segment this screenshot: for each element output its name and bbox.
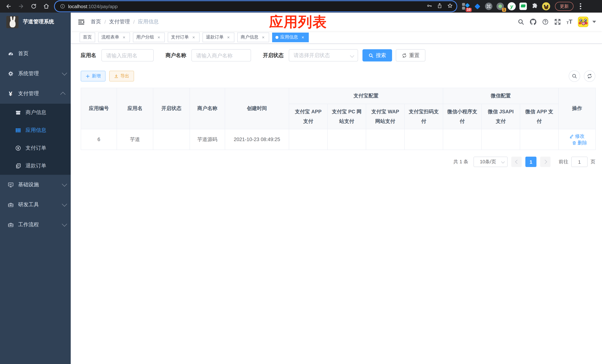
red-annotation-text: 应用列表 bbox=[269, 13, 327, 32]
github-icon[interactable] bbox=[530, 19, 537, 25]
toggle-search-button[interactable] bbox=[569, 70, 580, 82]
reset-button[interactable]: 重置 bbox=[396, 49, 425, 62]
next-page-button[interactable] bbox=[540, 157, 550, 167]
breadcrumb-payment[interactable]: 支付管理 bbox=[109, 19, 130, 25]
column-header-merchant: 商户名称 bbox=[190, 88, 225, 129]
tab-home[interactable]: 首页 bbox=[80, 32, 95, 42]
extension-command-icon[interactable] bbox=[485, 2, 493, 10]
breadcrumb: 首页 / 支付管理 / 应用信息 bbox=[91, 19, 159, 25]
share-icon[interactable] bbox=[437, 3, 442, 10]
reload-icon[interactable] bbox=[29, 1, 39, 11]
home-icon[interactable] bbox=[42, 1, 51, 11]
extensions-area: 10 1 y 更新 bbox=[462, 2, 583, 11]
prev-page-button[interactable] bbox=[511, 157, 522, 167]
breadcrumb-home[interactable]: 首页 bbox=[91, 19, 101, 25]
filter-form: 应用名 商户名称 开启状态 请选择开启状态 搜索 bbox=[81, 49, 595, 62]
edit-link[interactable]: 修改 bbox=[570, 133, 585, 139]
forward-icon[interactable] bbox=[16, 1, 26, 11]
chevron-down-icon bbox=[501, 160, 505, 163]
url-text[interactable]: localhost:1024/pay/app bbox=[68, 3, 118, 9]
page-number-current[interactable]: 1 bbox=[525, 157, 537, 167]
chrome-update-button[interactable]: 更新 bbox=[555, 2, 573, 11]
cell-config-wechat-app bbox=[520, 129, 559, 150]
close-icon[interactable]: × bbox=[300, 35, 305, 40]
font-size-icon[interactable]: TT bbox=[567, 19, 572, 25]
chevron-down-icon bbox=[62, 221, 67, 227]
add-button[interactable]: 新增 bbox=[81, 71, 106, 81]
sidebar-item-system[interactable]: 系统管理 bbox=[0, 64, 71, 84]
column-header-status: 开启状态 bbox=[153, 88, 190, 129]
tab-process-form[interactable]: 流程表单× bbox=[98, 32, 130, 42]
goto-page-input[interactable] bbox=[571, 157, 588, 167]
extension-recorder-icon[interactable]: 1 bbox=[496, 2, 504, 10]
sidebar-item-dev-tools[interactable]: 研发工具 bbox=[0, 195, 71, 215]
close-icon[interactable]: × bbox=[191, 35, 196, 40]
sidebar-item-merchant-info[interactable]: 商户信息 bbox=[0, 104, 71, 121]
chevron-down-icon bbox=[62, 182, 67, 187]
column-header-actions: 操作 bbox=[559, 88, 595, 129]
tags-view-bar: 首页 流程表单× 用户分组× 支付订单× 退款订单× 商户信息× 应用信息× bbox=[71, 31, 602, 44]
sidebar-item-app-info[interactable]: 应用信息 bbox=[0, 121, 71, 139]
extension-tabs-icon[interactable]: 10 bbox=[462, 2, 470, 10]
column-header-alipay-app: 支付宝 APP 支付 bbox=[289, 104, 327, 129]
tab-merchant-info[interactable]: 商户信息× bbox=[237, 32, 269, 42]
close-icon[interactable]: × bbox=[226, 35, 231, 40]
extensions-puzzle-icon[interactable] bbox=[531, 2, 539, 10]
cell-app-id: 6 bbox=[81, 129, 117, 150]
chevron-down-icon bbox=[350, 54, 354, 58]
sidebar-item-infrastructure[interactable]: 基础设施 bbox=[0, 175, 71, 195]
search-icon[interactable] bbox=[517, 19, 524, 25]
profile-avatar[interactable] bbox=[542, 2, 550, 10]
app-logo-row[interactable]: 芋道管理系统 bbox=[0, 13, 71, 31]
site-info-icon[interactable] bbox=[60, 4, 65, 9]
help-icon[interactable] bbox=[542, 19, 549, 25]
sidebar-item-pay-order[interactable]: 支付订单 bbox=[0, 139, 71, 157]
cell-config-alipay-wap bbox=[366, 129, 405, 150]
plus-icon bbox=[86, 74, 90, 78]
chevron-down-icon bbox=[62, 70, 67, 75]
extension-kite-icon[interactable] bbox=[473, 2, 481, 10]
navbar-actions: TT bbox=[517, 17, 602, 27]
chevron-left-icon bbox=[515, 160, 519, 164]
extension-yuque-icon[interactable]: y bbox=[508, 2, 516, 10]
sidebar-item-workflow[interactable]: 工作流程 bbox=[0, 215, 71, 235]
extension-chat-icon[interactable] bbox=[519, 2, 527, 10]
shop-icon bbox=[15, 109, 21, 116]
yuque-letter: y bbox=[510, 3, 513, 9]
app-name-input[interactable] bbox=[101, 49, 154, 62]
app-logo bbox=[6, 16, 19, 28]
refresh-table-button[interactable] bbox=[584, 70, 595, 82]
sidebar-item-label: 支付订单 bbox=[26, 145, 46, 151]
sidebar-item-label: 基础设施 bbox=[18, 182, 62, 188]
browser-menu-icon[interactable] bbox=[580, 3, 581, 10]
chevron-right-icon bbox=[543, 160, 547, 164]
sidebar-item-home[interactable]: 首页 bbox=[0, 44, 71, 64]
sidebar-item-payment[interactable]: ¥ 支付管理 bbox=[0, 84, 71, 104]
user-menu-caret-icon[interactable] bbox=[592, 21, 596, 23]
address-bar[interactable]: localhost:1024/pay/app bbox=[55, 1, 456, 11]
search-button-label: 搜索 bbox=[376, 52, 386, 59]
user-avatar[interactable] bbox=[578, 17, 588, 27]
top-navbar: 首页 / 支付管理 / 应用信息 bbox=[71, 13, 602, 31]
close-icon[interactable]: × bbox=[121, 35, 127, 40]
sidebar-collapse-icon[interactable] bbox=[71, 18, 91, 25]
delete-link[interactable]: 删除 bbox=[572, 139, 587, 146]
tab-label: 支付订单 bbox=[171, 34, 189, 40]
tab-label: 用户分组 bbox=[136, 34, 154, 40]
back-icon[interactable] bbox=[4, 1, 13, 11]
tab-app-info[interactable]: 应用信息× bbox=[272, 32, 309, 42]
page-size-select[interactable]: 10条/页 bbox=[473, 157, 508, 167]
export-button[interactable]: 导出 bbox=[109, 71, 134, 81]
close-icon[interactable]: × bbox=[261, 35, 266, 40]
status-select[interactable]: 请选择开启状态 bbox=[289, 49, 358, 62]
password-key-icon[interactable] bbox=[427, 3, 432, 10]
fullscreen-icon[interactable] bbox=[554, 19, 561, 25]
merchant-name-input[interactable] bbox=[191, 49, 251, 62]
tab-user-group[interactable]: 用户分组× bbox=[133, 32, 165, 42]
tab-refund-order[interactable]: 退款订单× bbox=[203, 32, 234, 42]
tab-pay-order[interactable]: 支付订单× bbox=[168, 32, 200, 42]
bookmark-star-icon[interactable] bbox=[447, 3, 453, 10]
close-icon[interactable]: × bbox=[156, 35, 161, 40]
search-button[interactable]: 搜索 bbox=[363, 49, 392, 62]
sidebar-item-refund-order[interactable]: 退款订单 bbox=[0, 157, 71, 175]
